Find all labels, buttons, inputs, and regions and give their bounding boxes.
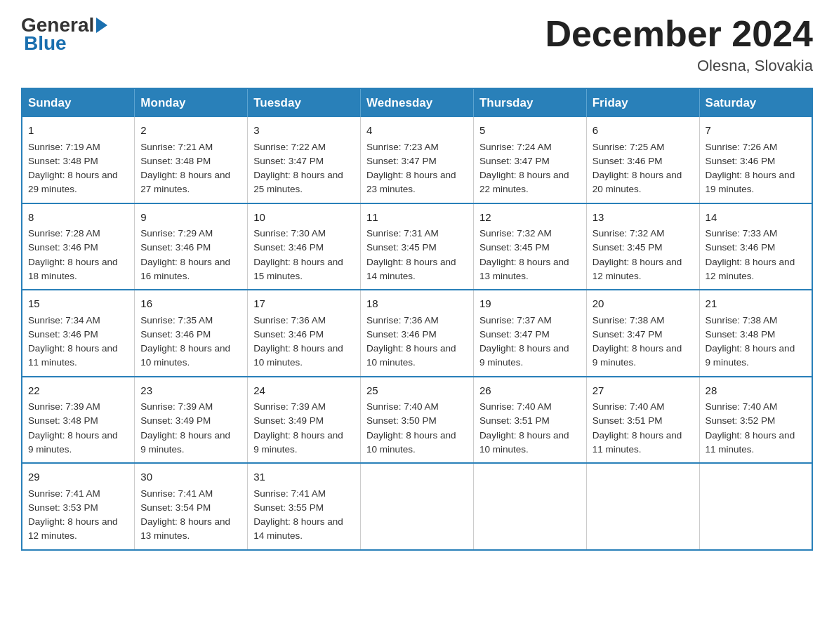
day-info: Sunrise: 7:31 AMSunset: 3:45 PMDaylight:… xyxy=(366,227,468,283)
table-row: 21 Sunrise: 7:38 AMSunset: 3:48 PMDaylig… xyxy=(699,290,812,377)
day-number: 11 xyxy=(366,210,468,226)
table-row: 30 Sunrise: 7:41 AMSunset: 3:54 PMDaylig… xyxy=(135,463,248,550)
day-number: 30 xyxy=(140,469,241,485)
day-info: Sunrise: 7:34 AMSunset: 3:46 PMDaylight:… xyxy=(28,314,128,370)
day-info: Sunrise: 7:28 AMSunset: 3:46 PMDaylight:… xyxy=(28,227,128,283)
calendar-week-row: 1 Sunrise: 7:19 AMSunset: 3:48 PMDayligh… xyxy=(22,117,812,203)
table-row: 25 Sunrise: 7:40 AMSunset: 3:50 PMDaylig… xyxy=(361,377,474,464)
day-number: 20 xyxy=(593,296,694,312)
table-row xyxy=(699,463,812,550)
table-row: 29 Sunrise: 7:41 AMSunset: 3:53 PMDaylig… xyxy=(22,463,135,550)
day-info: Sunrise: 7:36 AMSunset: 3:46 PMDaylight:… xyxy=(253,314,355,370)
col-tuesday: Tuesday xyxy=(248,88,361,117)
day-number: 26 xyxy=(479,383,581,399)
day-number: 21 xyxy=(706,296,806,312)
day-number: 10 xyxy=(253,210,355,226)
day-info: Sunrise: 7:30 AMSunset: 3:46 PMDaylight:… xyxy=(253,227,355,283)
table-row: 23 Sunrise: 7:39 AMSunset: 3:49 PMDaylig… xyxy=(135,377,248,464)
day-info: Sunrise: 7:25 AMSunset: 3:46 PMDaylight:… xyxy=(593,140,694,197)
month-title: December 2024 xyxy=(545,14,813,54)
table-row: 9 Sunrise: 7:29 AMSunset: 3:46 PMDayligh… xyxy=(135,203,248,290)
day-info: Sunrise: 7:32 AMSunset: 3:45 PMDaylight:… xyxy=(479,227,581,283)
calendar-week-row: 15 Sunrise: 7:34 AMSunset: 3:46 PMDaylig… xyxy=(22,290,812,377)
calendar-header-row: Sunday Monday Tuesday Wednesday Thursday… xyxy=(22,88,812,117)
day-info: Sunrise: 7:24 AMSunset: 3:47 PMDaylight:… xyxy=(479,140,581,197)
table-row: 16 Sunrise: 7:35 AMSunset: 3:46 PMDaylig… xyxy=(135,290,248,377)
table-row: 5 Sunrise: 7:24 AMSunset: 3:47 PMDayligh… xyxy=(473,117,586,203)
table-row: 14 Sunrise: 7:33 AMSunset: 3:46 PMDaylig… xyxy=(699,203,812,290)
col-wednesday: Wednesday xyxy=(361,88,474,117)
day-info: Sunrise: 7:19 AMSunset: 3:48 PMDaylight:… xyxy=(28,140,128,197)
day-number: 27 xyxy=(593,383,694,399)
day-number: 7 xyxy=(706,123,806,139)
table-row xyxy=(361,463,474,550)
title-section: December 2024 Olesna, Slovakia xyxy=(545,14,813,75)
table-row: 11 Sunrise: 7:31 AMSunset: 3:45 PMDaylig… xyxy=(361,203,474,290)
day-number: 2 xyxy=(140,123,241,139)
table-row: 12 Sunrise: 7:32 AMSunset: 3:45 PMDaylig… xyxy=(473,203,586,290)
calendar-table: Sunday Monday Tuesday Wednesday Thursday… xyxy=(21,88,813,551)
table-row: 8 Sunrise: 7:28 AMSunset: 3:46 PMDayligh… xyxy=(22,203,135,290)
table-row: 13 Sunrise: 7:32 AMSunset: 3:45 PMDaylig… xyxy=(586,203,699,290)
day-number: 5 xyxy=(479,123,581,139)
day-number: 13 xyxy=(593,210,694,226)
day-number: 14 xyxy=(706,210,806,226)
day-info: Sunrise: 7:21 AMSunset: 3:48 PMDaylight:… xyxy=(140,140,241,197)
day-number: 17 xyxy=(253,296,355,312)
calendar-week-row: 29 Sunrise: 7:41 AMSunset: 3:53 PMDaylig… xyxy=(22,463,812,550)
day-info: Sunrise: 7:40 AMSunset: 3:52 PMDaylight:… xyxy=(706,400,806,457)
table-row: 15 Sunrise: 7:34 AMSunset: 3:46 PMDaylig… xyxy=(22,290,135,377)
day-info: Sunrise: 7:32 AMSunset: 3:45 PMDaylight:… xyxy=(593,227,694,283)
day-info: Sunrise: 7:40 AMSunset: 3:51 PMDaylight:… xyxy=(479,400,581,457)
table-row: 7 Sunrise: 7:26 AMSunset: 3:46 PMDayligh… xyxy=(699,117,812,203)
table-row: 18 Sunrise: 7:36 AMSunset: 3:46 PMDaylig… xyxy=(361,290,474,377)
day-number: 3 xyxy=(253,123,355,139)
day-number: 31 xyxy=(253,469,355,485)
day-number: 22 xyxy=(28,383,128,399)
day-info: Sunrise: 7:41 AMSunset: 3:53 PMDaylight:… xyxy=(28,487,128,544)
table-row: 1 Sunrise: 7:19 AMSunset: 3:48 PMDayligh… xyxy=(22,117,135,203)
calendar-week-row: 8 Sunrise: 7:28 AMSunset: 3:46 PMDayligh… xyxy=(22,203,812,290)
table-row: 20 Sunrise: 7:38 AMSunset: 3:47 PMDaylig… xyxy=(586,290,699,377)
table-row: 10 Sunrise: 7:30 AMSunset: 3:46 PMDaylig… xyxy=(248,203,361,290)
day-info: Sunrise: 7:35 AMSunset: 3:46 PMDaylight:… xyxy=(140,314,241,370)
day-info: Sunrise: 7:29 AMSunset: 3:46 PMDaylight:… xyxy=(140,227,241,283)
day-info: Sunrise: 7:39 AMSunset: 3:49 PMDaylight:… xyxy=(253,400,355,457)
day-number: 25 xyxy=(366,383,468,399)
col-monday: Monday xyxy=(135,88,248,117)
day-number: 15 xyxy=(28,296,128,312)
day-info: Sunrise: 7:38 AMSunset: 3:47 PMDaylight:… xyxy=(593,314,694,370)
logo-blue-text: Blue xyxy=(24,32,109,55)
day-info: Sunrise: 7:41 AMSunset: 3:55 PMDaylight:… xyxy=(253,487,355,544)
col-friday: Friday xyxy=(586,88,699,117)
day-info: Sunrise: 7:40 AMSunset: 3:50 PMDaylight:… xyxy=(366,400,468,457)
col-thursday: Thursday xyxy=(473,88,586,117)
table-row: 28 Sunrise: 7:40 AMSunset: 3:52 PMDaylig… xyxy=(699,377,812,464)
table-row: 17 Sunrise: 7:36 AMSunset: 3:46 PMDaylig… xyxy=(248,290,361,377)
location-text: Olesna, Slovakia xyxy=(545,57,813,75)
day-number: 12 xyxy=(479,210,581,226)
logo: General Blue xyxy=(21,14,109,55)
day-number: 18 xyxy=(366,296,468,312)
col-sunday: Sunday xyxy=(22,88,135,117)
table-row: 27 Sunrise: 7:40 AMSunset: 3:51 PMDaylig… xyxy=(586,377,699,464)
day-info: Sunrise: 7:40 AMSunset: 3:51 PMDaylight:… xyxy=(593,400,694,457)
day-number: 1 xyxy=(28,123,128,139)
day-info: Sunrise: 7:26 AMSunset: 3:46 PMDaylight:… xyxy=(706,140,806,197)
table-row: 4 Sunrise: 7:23 AMSunset: 3:47 PMDayligh… xyxy=(361,117,474,203)
day-number: 6 xyxy=(593,123,694,139)
day-info: Sunrise: 7:39 AMSunset: 3:48 PMDaylight:… xyxy=(28,400,128,457)
day-info: Sunrise: 7:38 AMSunset: 3:48 PMDaylight:… xyxy=(706,314,806,370)
day-info: Sunrise: 7:39 AMSunset: 3:49 PMDaylight:… xyxy=(140,400,241,457)
day-number: 23 xyxy=(140,383,241,399)
day-info: Sunrise: 7:23 AMSunset: 3:47 PMDaylight:… xyxy=(366,140,468,197)
day-number: 4 xyxy=(366,123,468,139)
table-row: 24 Sunrise: 7:39 AMSunset: 3:49 PMDaylig… xyxy=(248,377,361,464)
table-row xyxy=(473,463,586,550)
day-number: 29 xyxy=(28,469,128,485)
calendar-week-row: 22 Sunrise: 7:39 AMSunset: 3:48 PMDaylig… xyxy=(22,377,812,464)
table-row: 6 Sunrise: 7:25 AMSunset: 3:46 PMDayligh… xyxy=(586,117,699,203)
day-info: Sunrise: 7:33 AMSunset: 3:46 PMDaylight:… xyxy=(706,227,806,283)
table-row: 22 Sunrise: 7:39 AMSunset: 3:48 PMDaylig… xyxy=(22,377,135,464)
day-number: 9 xyxy=(140,210,241,226)
